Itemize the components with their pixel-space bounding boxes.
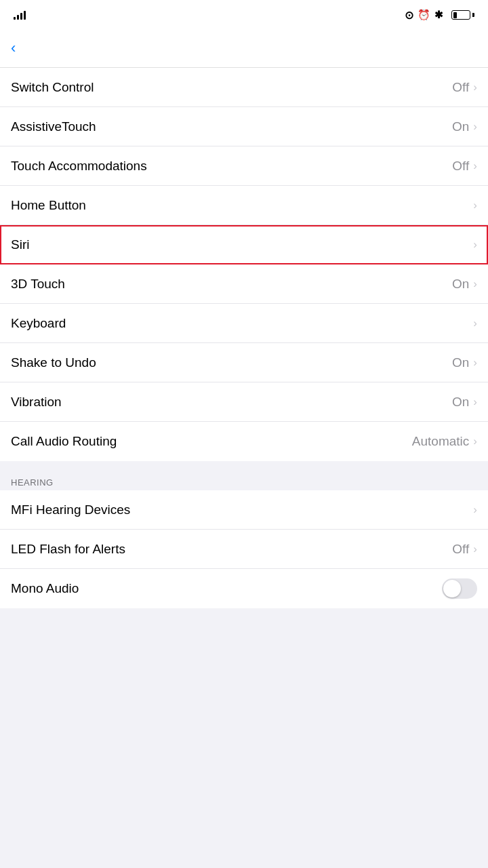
settings-group-hearing: MFi Hearing Devices›LED Flash for Alerts… — [0, 490, 488, 608]
chevron-icon-vibration: › — [473, 395, 477, 409]
target-icon: ⊙ — [405, 9, 413, 22]
settings-row-touch-accommodations[interactable]: Touch AccommodationsOff› — [0, 146, 488, 186]
chevron-icon-3d-touch: › — [473, 277, 477, 291]
chevron-icon-home-button: › — [473, 199, 477, 212]
row-value-shake-to-undo: On — [452, 355, 469, 370]
chevron-icon-led-flash-alerts: › — [473, 542, 477, 556]
row-right-3d-touch: On› — [452, 277, 477, 292]
nav-bar: ‹ — [0, 30, 488, 68]
section-gap-1 — [0, 461, 488, 472]
row-label-assistive-touch: AssistiveTouch — [11, 119, 96, 134]
row-right-switch-control: Off› — [452, 80, 477, 95]
row-right-mono-audio — [442, 578, 477, 599]
settings-row-keyboard[interactable]: Keyboard› — [0, 304, 488, 343]
chevron-icon-assistive-touch: › — [473, 120, 477, 134]
settings-row-mono-audio[interactable]: Mono Audio — [0, 569, 488, 608]
settings-row-home-button[interactable]: Home Button› — [0, 186, 488, 225]
row-right-touch-accommodations: Off› — [452, 159, 477, 174]
section-label-hearing: HEARING — [0, 472, 488, 490]
chevron-icon-switch-control: › — [473, 81, 477, 94]
toggle-knob-mono-audio — [443, 580, 461, 597]
status-left — [14, 10, 34, 20]
settings-row-call-audio-routing[interactable]: Call Audio RoutingAutomatic› — [0, 422, 488, 461]
status-bar: ⊙ ⏰ ✱ — [0, 0, 488, 30]
settings-row-shake-to-undo[interactable]: Shake to UndoOn› — [0, 343, 488, 382]
chevron-icon-mfi-hearing-devices: › — [473, 503, 477, 517]
settings-row-led-flash-alerts[interactable]: LED Flash for AlertsOff› — [0, 530, 488, 569]
row-right-assistive-touch: On› — [452, 119, 477, 134]
row-label-led-flash-alerts: LED Flash for Alerts — [11, 542, 125, 557]
row-label-mono-audio: Mono Audio — [11, 581, 79, 596]
alarm-icon: ⏰ — [418, 9, 430, 21]
chevron-icon-siri: › — [473, 238, 477, 252]
toggle-mono-audio[interactable] — [442, 578, 477, 599]
settings-row-vibration[interactable]: VibrationOn› — [0, 382, 488, 422]
chevron-icon-keyboard: › — [473, 317, 477, 330]
row-right-home-button: › — [473, 199, 477, 212]
settings-row-assistive-touch[interactable]: AssistiveTouchOn› — [0, 107, 488, 146]
settings-row-switch-control[interactable]: Switch ControlOff› — [0, 68, 488, 107]
row-right-siri: › — [473, 238, 477, 252]
row-right-led-flash-alerts: Off› — [452, 542, 477, 557]
row-label-switch-control: Switch Control — [11, 80, 94, 95]
row-label-home-button: Home Button — [11, 198, 86, 213]
back-button[interactable]: ‹ — [11, 41, 18, 56]
row-label-keyboard: Keyboard — [11, 316, 66, 331]
battery-icon — [451, 10, 474, 20]
settings-row-siri[interactable]: Siri› — [0, 225, 488, 264]
row-value-led-flash-alerts: Off — [452, 542, 469, 557]
row-label-mfi-hearing-devices: MFi Hearing Devices — [11, 502, 130, 517]
row-value-switch-control: Off — [452, 80, 469, 95]
bluetooth-icon: ✱ — [434, 9, 443, 21]
row-value-assistive-touch: On — [452, 119, 469, 134]
row-value-3d-touch: On — [452, 277, 469, 292]
row-value-call-audio-routing: Automatic — [412, 434, 469, 449]
signal-bars-icon — [14, 10, 26, 20]
chevron-icon-call-audio-routing: › — [473, 435, 477, 448]
row-right-vibration: On› — [452, 395, 477, 410]
row-value-vibration: On — [452, 395, 469, 410]
settings-group-interaction: Switch ControlOff›AssistiveTouchOn›Touch… — [0, 68, 488, 461]
row-label-3d-touch: 3D Touch — [11, 277, 65, 292]
row-value-touch-accommodations: Off — [452, 159, 469, 174]
settings-row-mfi-hearing-devices[interactable]: MFi Hearing Devices› — [0, 490, 488, 530]
row-label-call-audio-routing: Call Audio Routing — [11, 434, 117, 449]
row-right-keyboard: › — [473, 317, 477, 330]
status-right: ⊙ ⏰ ✱ — [405, 9, 474, 22]
row-label-siri: Siri — [11, 237, 29, 252]
row-label-touch-accommodations: Touch Accommodations — [11, 159, 147, 174]
settings-content: Switch ControlOff›AssistiveTouchOn›Touch… — [0, 68, 488, 608]
row-label-shake-to-undo: Shake to Undo — [11, 355, 96, 370]
row-right-call-audio-routing: Automatic› — [412, 434, 477, 449]
settings-row-3d-touch[interactable]: 3D TouchOn› — [0, 264, 488, 304]
row-label-vibration: Vibration — [11, 395, 62, 410]
row-right-shake-to-undo: On› — [452, 355, 477, 370]
back-chevron-icon: ‹ — [11, 41, 16, 56]
row-right-mfi-hearing-devices: › — [473, 503, 477, 517]
chevron-icon-touch-accommodations: › — [473, 159, 477, 173]
chevron-icon-shake-to-undo: › — [473, 356, 477, 370]
